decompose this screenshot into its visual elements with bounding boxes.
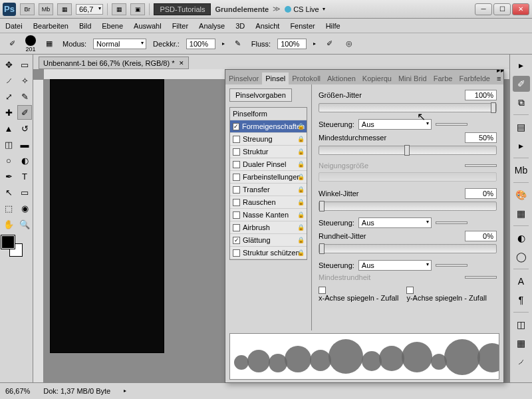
brush-tool-icon[interactable]: ✐ <box>5 37 19 51</box>
menu-ebene[interactable]: Ebene <box>102 22 123 30</box>
eraser-tool[interactable]: ◫ <box>1 137 16 152</box>
layout-button[interactable]: ▦ <box>57 3 72 15</box>
brush-tip-shape[interactable]: Pinselform <box>230 108 307 120</box>
lasso-tool[interactable]: ⟋ <box>1 73 16 88</box>
checkbox[interactable] <box>233 224 240 231</box>
menu-ansicht[interactable]: Ansicht <box>255 22 279 30</box>
layers-icon[interactable]: ◫ <box>513 317 530 332</box>
marquee-tool[interactable]: ▭ <box>17 57 32 72</box>
minimize-button[interactable]: ─ <box>475 3 492 15</box>
brush-setting-airbrush[interactable]: Airbrush🔒 <box>230 221 307 234</box>
path-tool[interactable]: ↖ <box>1 185 16 200</box>
pen-tool[interactable]: ✒ <box>1 169 16 184</box>
opacity-input[interactable]: 100% <box>186 39 215 49</box>
size-control-select[interactable]: Aus <box>358 119 432 130</box>
panel-tab-farbfelde[interactable]: Farbfelde <box>456 72 493 84</box>
checkbox[interactable] <box>233 161 240 168</box>
color-swatches[interactable] <box>1 235 23 257</box>
history-icon[interactable]: ▤ <box>513 119 530 135</box>
flip-y-checkbox[interactable]: y-Achse spiegeln - Zufall <box>406 287 486 302</box>
panel-tab-farbe[interactable]: Farbe <box>430 72 456 84</box>
brush-tool[interactable]: ✐ <box>17 105 32 120</box>
paragraph-icon[interactable]: ¶ <box>513 292 530 308</box>
wand-tool[interactable]: ✧ <box>17 73 32 88</box>
pressure-size-icon[interactable]: ◎ <box>342 37 356 51</box>
lock-icon[interactable]: 🔒 <box>297 174 305 180</box>
min-diameter-slider[interactable] <box>319 146 497 155</box>
status-doc-size[interactable]: Dok: 1,37 MB/0 Byte <box>43 387 110 395</box>
brush-setting-struktur-schützen[interactable]: Struktur schützen🔒 <box>230 247 307 259</box>
brush-setting-transfer[interactable]: Transfer🔒 <box>230 184 307 196</box>
roundness-jitter-input[interactable]: 0% <box>465 231 497 241</box>
shape-tool[interactable]: ▭ <box>17 185 32 200</box>
checkbox[interactable] <box>233 249 240 257</box>
brush-panel-toggle-icon[interactable]: ▦ <box>43 37 56 51</box>
flow-input[interactable]: 100% <box>277 39 307 49</box>
checkbox[interactable] <box>233 211 240 219</box>
document-tab[interactable]: Unbenannt-1 bei 66,7% (Kreis, RGB/8) * ✕ <box>39 57 189 69</box>
brush-setting-formeigenschaften[interactable]: ✓Formeigenschaften🔒 <box>230 120 307 133</box>
angle-jitter-input[interactable]: 0% <box>465 188 497 199</box>
lock-icon[interactable]: 🔒 <box>297 186 305 193</box>
stamp-tool[interactable]: ▲ <box>1 121 16 136</box>
crop-tool[interactable]: ⤢ <box>1 89 16 104</box>
cs-live-button[interactable]: CS Live▾ <box>285 5 325 13</box>
checkbox[interactable] <box>233 136 240 143</box>
checkbox[interactable] <box>233 199 240 206</box>
psd-tutorials-button[interactable]: PSD-Tutorials <box>154 3 211 15</box>
masks-icon[interactable]: ◯ <box>513 249 530 265</box>
panel-tab-pinsel[interactable]: Pinsel <box>262 72 289 84</box>
brush-setting-streuung[interactable]: Streuung🔒 <box>230 133 307 146</box>
lock-icon[interactable]: 🔒 <box>297 161 305 168</box>
arrange-button[interactable]: ▣ <box>130 3 145 15</box>
extras-button[interactable]: ▦ <box>112 3 126 15</box>
gradient-tool[interactable]: ▬ <box>17 137 32 152</box>
brush-setting-rauschen[interactable]: Rauschen🔒 <box>230 196 307 209</box>
panel-tab-aktionen[interactable]: Aktionen <box>324 72 359 84</box>
lock-icon[interactable]: 🔒 <box>297 199 305 205</box>
brush-preview[interactable]: 201 <box>25 35 36 53</box>
brush-setting-nasse-kanten[interactable]: Nasse Kanten🔒 <box>230 209 307 221</box>
brush-setting-dualer-pinsel[interactable]: Dualer Pinsel🔒 <box>230 158 307 171</box>
camera-tool[interactable]: ◉ <box>17 201 32 215</box>
flow-flyout-icon[interactable]: ▸ <box>313 41 316 47</box>
brush-setting-struktur[interactable]: Struktur🔒 <box>230 146 307 158</box>
brush-setting-farbeinstellungen[interactable]: Farbeinstellungen🔒 <box>230 171 307 184</box>
adjustments-icon[interactable]: ◐ <box>513 230 530 246</box>
3d-tool[interactable]: ⬚ <box>1 201 16 215</box>
checkbox[interactable] <box>233 186 240 194</box>
lock-icon[interactable]: 🔒 <box>297 224 305 231</box>
blur-tool[interactable]: ○ <box>1 153 16 168</box>
lock-icon[interactable]: 🔒 <box>297 148 305 155</box>
heal-tool[interactable]: ✚ <box>1 105 16 120</box>
panel-tab-kopierqu[interactable]: Kopierqu <box>359 72 395 84</box>
panel-tab-protokoll[interactable]: Protokoll <box>289 72 324 84</box>
checkbox[interactable]: ✓ <box>233 123 239 130</box>
document-canvas[interactable] <box>51 80 164 352</box>
maximize-button[interactable]: ☐ <box>493 3 511 15</box>
menu-3d[interactable]: 3D <box>235 22 245 30</box>
paths-icon[interactable]: ⟋ <box>513 354 530 370</box>
brush-presets-icon[interactable]: ✐ <box>513 76 530 92</box>
menu-bearbeiten[interactable]: Bearbeiten <box>33 22 68 30</box>
eyedropper-tool[interactable]: ✎ <box>17 89 32 104</box>
panel-tab-pinselvor[interactable]: Pinselvor <box>225 72 262 84</box>
fg-color[interactable] <box>1 235 15 249</box>
zoom-select[interactable]: 66,7 <box>76 4 103 15</box>
brush-presets-button[interactable]: Pinselvorgaben <box>229 88 292 102</box>
airbrush-icon[interactable]: ✐ <box>323 37 336 51</box>
opacity-flyout-icon[interactable]: ▸ <box>222 41 225 47</box>
expand-dock-icon[interactable]: ▸ <box>513 57 530 73</box>
lock-icon[interactable]: 🔒 <box>297 123 305 130</box>
angle-control-select[interactable]: Aus <box>358 217 432 228</box>
minibridge-icon[interactable]: Mb <box>513 162 530 178</box>
panel-tab-mini brid[interactable]: Mini Brid <box>395 72 430 84</box>
lock-icon[interactable]: 🔒 <box>297 249 305 256</box>
lock-icon[interactable]: 🔒 <box>297 211 305 218</box>
lock-icon[interactable]: 🔒 <box>297 237 305 243</box>
history-brush-tool[interactable]: ↺ <box>17 121 32 136</box>
actions-icon[interactable]: ▸ <box>513 138 530 154</box>
flip-x-checkbox[interactable]: x-Achse spiegeln - Zufall <box>319 287 398 302</box>
pressure-opacity-icon[interactable]: ✎ <box>231 37 245 51</box>
clone-source-icon[interactable]: ⧉ <box>513 94 530 110</box>
